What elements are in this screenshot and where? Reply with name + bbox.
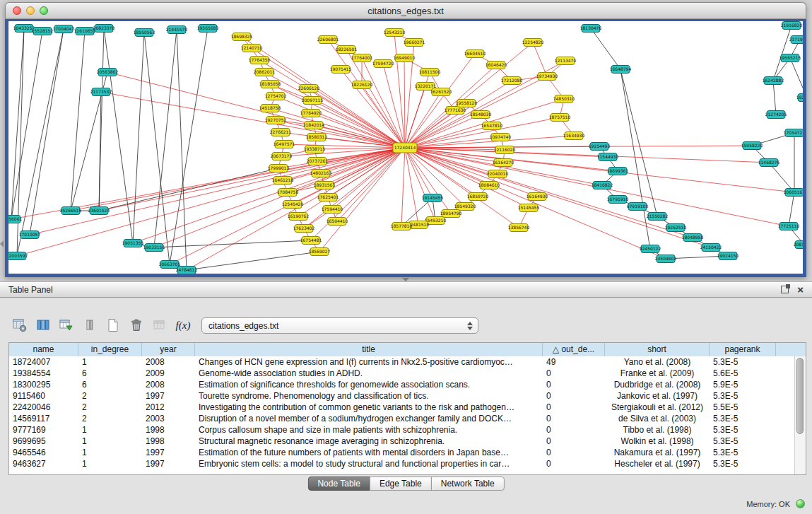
- graph-node[interactable]: 11544930: [597, 153, 619, 161]
- graph-node[interactable]: 21274205: [765, 111, 787, 119]
- graph-node[interactable]: 23601524: [88, 207, 110, 215]
- graph-node[interactable]: 24784612: [176, 267, 198, 274]
- graph-node[interactable]: 14518758: [259, 105, 281, 112]
- graph-node[interactable]: 19262510: [665, 224, 687, 232]
- graph-node[interactable]: 17725110: [778, 223, 800, 230]
- graph-node[interactable]: 17764350: [249, 57, 271, 64]
- table-row[interactable]: 1938455462009Genome-wide association stu…: [9, 368, 795, 379]
- graph-node[interactable]: 16859720: [467, 193, 489, 201]
- graph-node[interactable]: 19565215: [779, 54, 801, 62]
- function-builder-icon[interactable]: f(x): [175, 317, 192, 334]
- graph-node[interactable]: 18577810: [391, 223, 413, 230]
- graph-node[interactable]: 16791910: [607, 196, 629, 204]
- graph-node[interactable]: 17594410: [322, 206, 343, 214]
- scrollbar-thumb[interactable]: [796, 358, 804, 434]
- graph-node[interactable]: 20862011: [254, 69, 276, 76]
- column-header-name[interactable]: name: [9, 343, 78, 356]
- graph-node[interactable]: 22040010: [487, 170, 509, 178]
- graph-node[interactable]: 19071415: [330, 66, 352, 74]
- graph-node[interactable]: 18698325: [231, 33, 253, 41]
- table-mode-icon[interactable]: [11, 317, 28, 334]
- graph-node[interactable]: 16164270: [493, 159, 514, 167]
- graph-node[interactable]: 15528152: [32, 28, 54, 35]
- close-panel-icon[interactable]: ×: [797, 286, 804, 293]
- graph-node[interactable]: 17212080: [501, 77, 523, 85]
- graph-node[interactable]: 21916820: [781, 22, 803, 30]
- table-row[interactable]: 2242004622012Investigating the contribut…: [9, 402, 795, 413]
- table-row[interactable]: 911546021997Tourette syndrome. Phenomeno…: [9, 390, 795, 402]
- graph-node[interactable]: 22606801: [317, 36, 339, 44]
- graph-node[interactable]: 19270752: [265, 117, 287, 124]
- table-row[interactable]: 969969511998Structural magnetic resonanc…: [9, 436, 795, 447]
- column-header-out-degree[interactable]: △ out_de...: [543, 343, 605, 356]
- graph-node[interactable]: 16504410: [326, 218, 348, 226]
- graph-node[interactable]: 21173537: [90, 88, 112, 96]
- graph-node[interactable]: 17625401: [317, 194, 339, 201]
- graph-node[interactable]: 17004047: [53, 25, 75, 33]
- graph-node[interactable]: 12545420: [282, 201, 304, 209]
- table-row[interactable]: 1872400712008Changes of HCN gene express…: [9, 356, 795, 368]
- graph-node[interactable]: 16754481: [300, 237, 322, 245]
- graph-node[interactable]: 13856740: [508, 224, 530, 232]
- graph-node[interactable]: 18569027: [309, 248, 331, 256]
- graph-node[interactable]: 21842014: [303, 122, 325, 129]
- graph-node[interactable]: 16164930: [526, 193, 548, 201]
- tab-node-table[interactable]: Node Table: [307, 477, 370, 491]
- graph-node[interactable]: 18185058: [259, 81, 281, 88]
- network-canvas[interactable]: 1043325715528152170040471261065120823378…: [5, 19, 806, 277]
- graph-node[interactable]: 18048958: [682, 234, 704, 242]
- show-columns-icon[interactable]: [35, 317, 52, 334]
- graph-node[interactable]: 18699361: [607, 168, 629, 175]
- graph-node[interactable]: 25056061: [8, 216, 22, 223]
- graph-node[interactable]: 18548030: [470, 111, 492, 119]
- table-row[interactable]: 1456911722003Disruption of a novel membe…: [9, 413, 795, 424]
- graph-node[interactable]: 16046420: [486, 62, 507, 69]
- graph-node[interactable]: 17594720: [372, 60, 394, 68]
- column-header-pagerank[interactable]: pagerank: [710, 343, 776, 356]
- graph-node[interactable]: 19154493: [589, 143, 611, 151]
- graph-node[interactable]: 15958220: [741, 142, 763, 150]
- graph-node[interactable]: 12543210: [384, 29, 406, 37]
- graph-node[interactable]: 17623402: [293, 225, 315, 233]
- graph-node[interactable]: 20813035: [794, 241, 803, 249]
- graph-node[interactable]: 18550563: [134, 29, 155, 37]
- graph-node[interactable]: 22766211: [270, 129, 292, 136]
- graph-node[interactable]: 17054721: [784, 129, 803, 137]
- column-header-year[interactable]: year: [142, 343, 195, 356]
- graph-node[interactable]: 20823378: [93, 25, 115, 33]
- graph-node[interactable]: 20563862: [97, 69, 119, 76]
- graph-node[interactable]: 18130476: [580, 25, 602, 33]
- graph-node[interactable]: 24150422: [700, 244, 722, 252]
- graph-node[interactable]: 17010057: [19, 231, 41, 239]
- graph-node[interactable]: 18416822: [592, 182, 613, 189]
- graph-node[interactable]: 24504602: [655, 255, 677, 263]
- graph-node[interactable]: 25266515: [60, 207, 82, 215]
- window-titlebar[interactable]: citations_edges.txt: [5, 2, 806, 19]
- graph-node[interactable]: 12113470: [555, 57, 577, 65]
- rows-icon[interactable]: [81, 317, 98, 334]
- graph-node[interactable]: 16261520: [430, 88, 452, 96]
- table-row[interactable]: 946362711997Embryonic stem cells: a mode…: [9, 458, 795, 469]
- graph-node[interactable]: 10974740: [490, 134, 512, 141]
- graph-node[interactable]: 74850310: [553, 95, 575, 103]
- graph-node[interactable]: 18549320: [454, 203, 476, 211]
- graph-node[interactable]: 19272102: [796, 94, 803, 102]
- graph-node[interactable]: 21441570: [166, 26, 188, 34]
- float-panel-icon[interactable]: [781, 286, 789, 293]
- graph-node[interactable]: 20605163: [784, 189, 803, 197]
- edit-table-icon[interactable]: [58, 317, 75, 334]
- graph-node[interactable]: 19558120: [456, 100, 478, 107]
- tab-edge-table[interactable]: Edge Table: [370, 477, 432, 491]
- graph-node[interactable]: 16547810: [481, 122, 503, 130]
- graph-node[interactable]: 92450122: [640, 245, 661, 253]
- graph-node[interactable]: 14802163: [310, 170, 332, 177]
- graph-node[interactable]: 15145455: [518, 204, 540, 212]
- graph-node[interactable]: 18931563: [314, 182, 336, 189]
- graph-node[interactable]: 10811500: [419, 69, 441, 76]
- graph-node[interactable]: 18084610: [478, 182, 500, 189]
- graph-node[interactable]: 17240414: [393, 143, 417, 153]
- graph-node[interactable]: 19145455: [422, 194, 444, 202]
- table-row[interactable]: 977716911998Corpus callosum shape and si…: [9, 424, 795, 436]
- graph-node[interactable]: 17999013: [268, 165, 290, 173]
- graph-node[interactable]: 12140710: [241, 45, 263, 52]
